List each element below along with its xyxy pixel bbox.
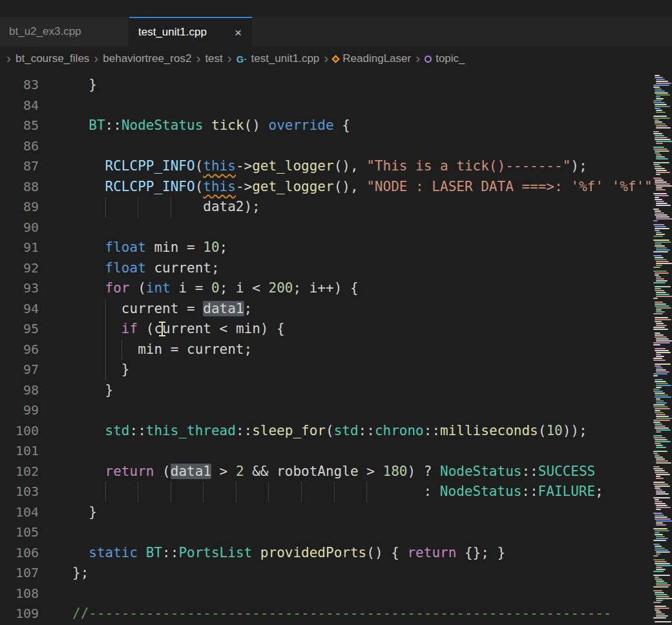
code-line[interactable]: 83 } (0, 75, 672, 96)
token: this (203, 158, 236, 174)
line-number[interactable]: 105 (0, 522, 39, 543)
code-line[interactable]: 108 (0, 584, 672, 604)
line-number[interactable]: 92 (0, 258, 39, 279)
line-number[interactable]: 90 (0, 218, 39, 238)
code-line[interactable]: 94 current = data1; (0, 299, 672, 320)
line-number[interactable]: 88 (0, 177, 39, 198)
line-number[interactable]: 100 (0, 421, 39, 442)
minimap-line (655, 137, 667, 138)
code-line[interactable]: 85 BT::NodeStatus tick() override { (0, 116, 672, 136)
line-number[interactable]: 94 (0, 299, 39, 320)
line-number[interactable]: 93 (0, 278, 39, 299)
token (252, 545, 260, 560)
minimap-line (653, 590, 662, 591)
tab-test_unit1[interactable]: test_unit1.cpp × (129, 17, 252, 46)
minimap-line (653, 100, 662, 101)
line-number[interactable]: 87 (0, 156, 39, 177)
minimap-line (656, 367, 663, 369)
minimap-line (655, 517, 667, 518)
minimap-line (655, 230, 660, 231)
breadcrumb-item-topic[interactable]: topic_ (425, 52, 465, 65)
line-number[interactable]: 86 (0, 136, 39, 157)
token: ( (538, 423, 547, 438)
line-number[interactable]: 102 (0, 462, 39, 482)
breadcrumb-item-test_unit1-cpp[interactable]: G· test_unit1.cpp (236, 52, 320, 65)
code-line[interactable]: 101 (0, 441, 672, 462)
code-line[interactable]: 89 data2); (0, 197, 672, 218)
token: -> (236, 158, 252, 174)
token (72, 280, 105, 296)
code-line[interactable]: 100 std::this_thread::sleep_for(std::chr… (0, 421, 672, 442)
minimap-line (656, 247, 667, 249)
code-line[interactable]: 97 } (0, 360, 672, 380)
code-line[interactable]: 91 float min = 10; (0, 238, 672, 258)
line-number[interactable]: 104 (0, 502, 39, 523)
token: "NODE : LASER DATA ===>: '%f' '%f'" (366, 179, 653, 194)
token: this (203, 179, 236, 194)
code-line[interactable]: 102 return (data1 > 2 && robotAngle > 18… (0, 462, 672, 482)
code-line[interactable]: 90 (0, 218, 672, 238)
breadcrumb-item-test[interactable]: test (205, 52, 222, 65)
line-number[interactable]: 106 (0, 543, 39, 564)
code-line[interactable]: 95 if (current < min) { (0, 319, 672, 340)
code-line[interactable]: 86 (0, 136, 672, 157)
token: (c (138, 321, 162, 336)
code-line[interactable]: 96 min = current; (0, 340, 672, 360)
code-line[interactable]: 93 for (int i = 0; i < 200; i++) { (0, 278, 672, 299)
line-number[interactable]: 89 (0, 197, 39, 218)
code-line[interactable]: 104 } (0, 502, 672, 523)
code-line[interactable]: 92 float current; (0, 258, 672, 279)
code-line[interactable]: 109//-----------------------------------… (0, 604, 672, 624)
token: ( (154, 464, 170, 479)
code-line[interactable]: 99 (0, 400, 672, 421)
breadcrumb-item-behaviortree_ros2[interactable]: behaviortree_ros2 (103, 52, 191, 65)
minimap-line (655, 333, 660, 334)
close-icon[interactable]: × (233, 26, 243, 39)
code-line[interactable]: 106 static BT::PortsList providedPorts()… (0, 543, 672, 564)
token: NodeStatus (440, 464, 521, 479)
line-number[interactable]: 83 (0, 75, 39, 96)
minimap-line (653, 268, 672, 270)
token: ; i++) { (293, 280, 358, 296)
tab-bt_u2_ex3[interactable]: bt_u2_ex3.cpp (0, 17, 129, 46)
line-number[interactable]: 107 (0, 563, 39, 584)
code-line[interactable]: 88 RCLCPP_INFO(this->get_logger(), "NODE… (0, 177, 672, 198)
minimap-line (655, 499, 659, 500)
code-line[interactable]: 84 (0, 96, 672, 116)
code-line[interactable]: 107}; (0, 563, 672, 584)
minimap-line (653, 224, 664, 225)
token: :: (162, 545, 178, 560)
breadcrumb-item-readinglaser[interactable]: ReadingLaser (333, 52, 411, 65)
line-number[interactable]: 85 (0, 116, 39, 136)
code-line[interactable]: 105 (0, 522, 672, 543)
line-number[interactable]: 108 (0, 584, 39, 604)
token (72, 484, 105, 499)
minimap-line (653, 619, 672, 620)
line-number[interactable]: 95 (0, 319, 39, 340)
breadcrumb-item-bt_course_files[interactable]: bt_course_files (16, 52, 89, 65)
minimap-line (656, 536, 665, 537)
code-line[interactable]: 103 : NodeStatus::FAILURE; (0, 482, 672, 502)
token: BT (89, 118, 105, 133)
minimap-line (656, 325, 667, 326)
minimap-line (653, 206, 672, 208)
line-number[interactable]: 109 (0, 604, 39, 624)
minimap-line (656, 232, 662, 233)
minimap-line (656, 234, 665, 235)
line-number[interactable]: 91 (0, 238, 39, 258)
line-number[interactable]: 101 (0, 441, 39, 462)
line-number[interactable]: 97 (0, 360, 39, 380)
line-number[interactable]: 99 (0, 400, 39, 421)
indent-guide-line (138, 482, 171, 502)
line-number[interactable]: 103 (0, 482, 39, 502)
code-line[interactable]: 87 RCLCPP_INFO(this->get_logger(), "This… (0, 156, 672, 177)
minimap[interactable] (651, 71, 672, 625)
code-line[interactable]: 98 } (0, 380, 672, 401)
code-text: return (data1 > 2 && robotAngle > 180) ?… (72, 462, 595, 482)
line-number[interactable]: 84 (0, 96, 39, 116)
line-number[interactable]: 96 (0, 340, 39, 360)
minimap-line (653, 72, 672, 74)
code-text: data2); (72, 197, 260, 218)
line-number[interactable]: 98 (0, 380, 39, 401)
minimap-line (655, 214, 667, 216)
